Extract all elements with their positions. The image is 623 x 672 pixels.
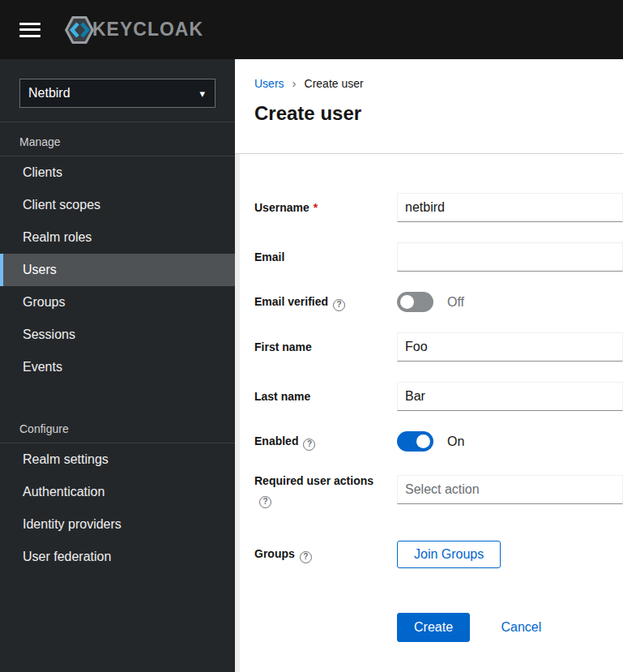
groups-row: Groups? Join Groups (254, 541, 623, 568)
sidebar-item-client-scopes[interactable]: Client scopes (0, 189, 235, 221)
sidebar-item-identity-providers[interactable]: Identity providers (0, 508, 235, 541)
enabled-state: On (447, 434, 464, 449)
masthead: KEYCLOAK (0, 0, 623, 59)
enabled-toggle[interactable] (397, 431, 433, 452)
breadcrumb-separator-icon: › (292, 76, 297, 90)
username-label: Username* (254, 199, 397, 216)
required-user-actions-select[interactable] (397, 475, 623, 504)
nav-group-title-configure: Configure (0, 409, 235, 443)
keycloak-logo[interactable]: KEYCLOAK (63, 14, 203, 46)
sidebar-item-realm-settings[interactable]: Realm settings (0, 443, 235, 476)
email-verified-row: Email verified? Off (254, 292, 623, 312)
chevron-down-icon: ▾ (199, 88, 205, 100)
realm-selector-value: Netbird (28, 86, 70, 101)
keycloak-logo-icon (63, 14, 96, 46)
email-verified-label: Email verified? (254, 293, 397, 311)
first-name-row: First name (254, 332, 623, 362)
sidebar-item-realm-roles[interactable]: Realm roles (0, 221, 235, 254)
nav-group-manage: Manage Clients Client scopes Realm roles… (0, 122, 235, 383)
email-field[interactable] (397, 242, 623, 272)
create-button[interactable]: Create (397, 613, 470, 642)
enabled-label: Enabled? (254, 432, 397, 451)
sidebar-item-groups[interactable]: Groups (0, 286, 235, 319)
last-name-row: Last name (254, 382, 623, 411)
email-verified-toggle[interactable] (397, 292, 433, 312)
help-icon[interactable]: ? (333, 299, 345, 311)
groups-label: Groups? (254, 545, 397, 563)
sidebar-item-clients[interactable]: Clients (0, 156, 235, 189)
page-title: Create user (254, 102, 623, 125)
last-name-label: Last name (254, 387, 397, 405)
email-verified-state: Off (447, 295, 464, 310)
help-icon[interactable]: ? (303, 439, 315, 451)
username-field[interactable] (397, 193, 623, 222)
menu-icon[interactable] (19, 19, 41, 41)
nav-group-title-manage: Manage (0, 122, 235, 156)
realm-selector[interactable]: Netbird ▾ (19, 79, 215, 108)
enabled-row: Enabled? On (254, 431, 623, 452)
sidebar-item-authentication[interactable]: Authentication (0, 476, 235, 508)
email-label: Email (254, 248, 397, 266)
cancel-button[interactable]: Cancel (501, 614, 541, 641)
enabled-toggle-wrap: On (397, 431, 623, 452)
breadcrumb: Users › Create user (254, 76, 623, 90)
toggle-knob (416, 434, 430, 448)
breadcrumb-link-users[interactable]: Users (254, 77, 284, 90)
first-name-label: First name (254, 338, 397, 356)
required-user-actions-row: Required user actions ? (254, 472, 623, 508)
required-indicator: * (314, 201, 318, 214)
join-groups-button[interactable]: Join Groups (397, 541, 501, 568)
username-row: Username* (254, 193, 623, 222)
first-name-field[interactable] (397, 332, 623, 362)
content: Users › Create user Create user Username… (235, 59, 623, 672)
brand-text: KEYCLOAK (92, 19, 203, 41)
help-icon[interactable]: ? (300, 551, 312, 563)
sidebar-item-user-federation[interactable]: User federation (0, 541, 235, 573)
toggle-knob (400, 295, 414, 309)
last-name-field[interactable] (397, 382, 623, 411)
create-user-form: Username* Email Email verified? (240, 154, 623, 672)
required-user-actions-label: Required user actions ? (254, 472, 397, 508)
sidebar-item-sessions[interactable]: Sessions (0, 319, 235, 351)
form-actions-row: Create Cancel (254, 613, 623, 642)
sidebar-item-events[interactable]: Events (0, 351, 235, 383)
form-section: Username* Email Email verified? (235, 154, 623, 672)
email-verified-toggle-wrap: Off (397, 292, 623, 312)
page-header: Users › Create user Create user (235, 59, 623, 154)
help-icon[interactable]: ? (259, 496, 271, 508)
sidebar-item-users[interactable]: Users (0, 254, 235, 286)
breadcrumb-current: Create user (305, 77, 364, 90)
nav-group-configure: Configure Realm settings Authentication … (0, 409, 235, 573)
email-row: Email (254, 242, 623, 272)
sidebar: Netbird ▾ Manage Clients Client scopes R… (0, 59, 235, 672)
